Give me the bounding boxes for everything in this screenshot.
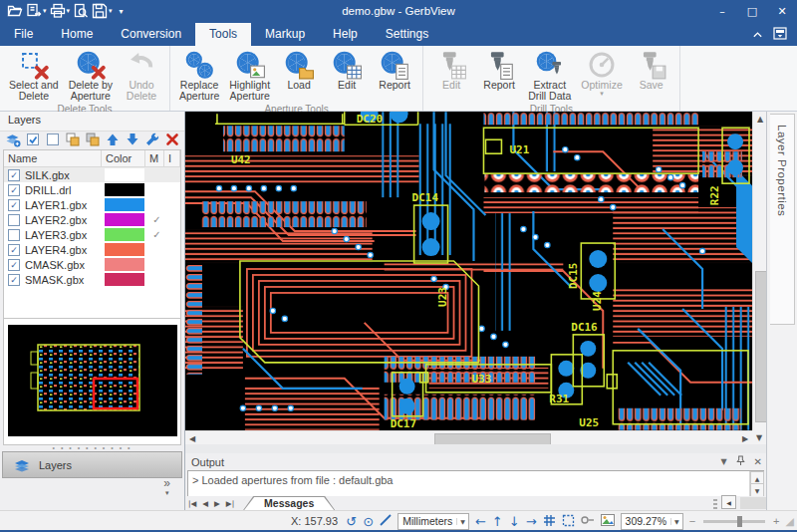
scroll-down-icon[interactable]: ▼: [752, 430, 766, 444]
measure-icon[interactable]: [380, 514, 392, 528]
tab-markup[interactable]: Markup: [251, 23, 319, 46]
merge-layer-icon[interactable]: [84, 131, 102, 147]
save-icon[interactable]: ▾: [92, 2, 113, 20]
ribbon-button-extract-drill-data[interactable]: ExtractDrill Data: [523, 48, 576, 103]
overview-thumbnail[interactable]: [3, 318, 181, 445]
tab-settings[interactable]: Settings: [372, 23, 442, 46]
pan-right-icon[interactable]: →: [526, 515, 537, 528]
move-down-icon[interactable]: [124, 131, 141, 147]
output-close-icon[interactable]: ✕: [754, 456, 762, 467]
ribbon-button-select-and-delete[interactable]: Select andDelete: [4, 48, 64, 103]
output-menu-icon[interactable]: ▼: [720, 457, 726, 466]
minimize-button[interactable]: –: [707, 0, 737, 22]
layer-row-layer1-gbx[interactable]: ✓LAYER1.gbx: [4, 197, 180, 212]
layer-row-layer2-gbx[interactable]: LAYER2.gbx✓: [4, 212, 180, 227]
import-icon[interactable]: ▾: [26, 2, 47, 20]
check-all-icon[interactable]: [24, 131, 42, 147]
tab-messages[interactable]: Messages: [243, 496, 335, 510]
delete-icon[interactable]: [163, 131, 181, 147]
pin-icon[interactable]: [735, 455, 746, 468]
layer-mirror-flag[interactable]: ✓: [147, 214, 166, 225]
origin-icon[interactable]: ⊙: [363, 515, 374, 528]
output-scrollbar[interactable]: ▲ ▼: [749, 471, 763, 497]
layer-visibility-checkbox[interactable]: ✓: [8, 169, 20, 181]
tab-home[interactable]: Home: [47, 23, 107, 46]
tab-layer-properties[interactable]: Layer Properties: [770, 114, 795, 325]
layer-color-swatch[interactable]: [105, 183, 144, 196]
open-icon[interactable]: [7, 2, 23, 20]
print-icon[interactable]: ▾: [50, 2, 71, 20]
layer-mirror-flag[interactable]: ✓: [147, 229, 166, 240]
preview-icon[interactable]: [73, 2, 89, 20]
zoom-in-icon[interactable]: +: [773, 515, 779, 527]
ribbon-button-report[interactable]: Report: [371, 48, 418, 103]
tab-first-icon[interactable]: |◀: [185, 499, 199, 510]
tab-next-icon[interactable]: ▶: [211, 499, 223, 510]
panel-overflow-chevron[interactable]: » ▾: [163, 478, 170, 498]
select-area-icon[interactable]: [562, 514, 575, 529]
ribbon-button-report[interactable]: Report: [475, 48, 523, 103]
horizontal-scrollbar[interactable]: ◀ ▶: [185, 430, 752, 445]
maximize-button[interactable]: □: [737, 0, 767, 22]
scroll-left-icon[interactable]: ◀: [185, 431, 199, 445]
layer-visibility-checkbox[interactable]: ✓: [8, 184, 20, 196]
pan-down-icon[interactable]: ↓: [509, 515, 520, 528]
tab-conversion[interactable]: Conversion: [107, 23, 195, 46]
ribbon-button-edit[interactable]: Edit: [323, 48, 371, 103]
layer-visibility-checkbox[interactable]: [8, 229, 20, 241]
layer-color-swatch[interactable]: [105, 228, 144, 241]
layer-color-swatch[interactable]: [105, 168, 144, 181]
tab-prev-icon[interactable]: ◀: [199, 499, 211, 510]
snapshot-image-icon[interactable]: [601, 514, 615, 528]
output-log[interactable]: > Loaded apertures from file : default.g…: [187, 470, 764, 498]
ribbon-options-icon[interactable]: [773, 27, 787, 42]
uncheck-all-icon[interactable]: [44, 131, 62, 147]
tab-file[interactable]: File: [0, 23, 47, 46]
layer-row-smask-gbx[interactable]: ✓SMASK.gbx: [4, 272, 180, 287]
pan-left-icon[interactable]: ←: [475, 515, 486, 528]
add-layers-icon[interactable]: [4, 131, 22, 147]
zoom-dropdown[interactable]: 309.27%▼: [621, 513, 683, 530]
zoom-out-icon[interactable]: −: [689, 515, 695, 527]
collapse-ribbon-icon[interactable]: [752, 29, 763, 41]
tabstrip-scroll-icon[interactable]: ◀: [721, 495, 736, 509]
settings-icon[interactable]: [143, 131, 161, 147]
layer-row-layer3-gbx[interactable]: LAYER3.gbx✓: [4, 227, 180, 242]
layer-color-swatch[interactable]: [105, 213, 144, 226]
pan-up-icon[interactable]: ↑: [492, 515, 503, 528]
close-button[interactable]: ✕: [767, 0, 797, 22]
layer-visibility-checkbox[interactable]: ✓: [8, 199, 20, 211]
grid-icon[interactable]: [543, 514, 556, 529]
ribbon-button-delete-by-aperture[interactable]: Delete byAperture: [64, 48, 118, 103]
layer-visibility-checkbox[interactable]: ✓: [8, 244, 20, 256]
layers-collapsed-bar[interactable]: Layers: [2, 451, 182, 478]
layer-row-cmask-gbx[interactable]: ✓CMASK.gbx: [4, 257, 180, 272]
layer-color-swatch[interactable]: [105, 273, 144, 286]
layer-color-swatch[interactable]: [105, 198, 144, 211]
layer-color-swatch[interactable]: [105, 243, 144, 256]
tab-help[interactable]: Help: [319, 23, 372, 46]
tab-tools[interactable]: Tools: [195, 23, 251, 46]
layer-row-drill-drl[interactable]: ✓DRILL.drl: [4, 182, 180, 197]
ribbon-button-highlight-aperture[interactable]: HighlightAperture: [224, 48, 275, 103]
output-scroll-down-icon[interactable]: ▼: [750, 483, 764, 497]
highlight-net-icon[interactable]: [581, 515, 595, 527]
zoom-slider[interactable]: [703, 520, 765, 523]
qat-customize-icon[interactable]: ▾: [120, 7, 124, 16]
tab-last-icon[interactable]: ▶|: [223, 499, 237, 510]
resize-grip[interactable]: ◢: [786, 515, 794, 528]
layer-color-swatch[interactable]: [105, 258, 144, 271]
layer-visibility-checkbox[interactable]: ✓: [8, 259, 20, 271]
vertical-scrollbar[interactable]: ▲: [752, 112, 767, 430]
copy-layer-icon[interactable]: [64, 131, 82, 147]
scroll-up-icon[interactable]: ▲: [753, 112, 767, 126]
ribbon-button-load[interactable]: Load: [275, 48, 323, 103]
layer-visibility-checkbox[interactable]: [8, 214, 20, 226]
pcb-canvas[interactable]: U42DC20U21DC14DC15U23U24R22DC16U33R31DC1…: [185, 112, 752, 430]
ribbon-button-replace-aperture[interactable]: ReplaceAperture: [174, 48, 224, 103]
layer-row-silk-gbx[interactable]: ✓SILK.gbx: [4, 167, 180, 182]
move-up-icon[interactable]: [104, 131, 122, 147]
output-splitter[interactable]: [185, 444, 766, 453]
layer-visibility-checkbox[interactable]: ✓: [8, 274, 20, 286]
scroll-right-icon[interactable]: ▶: [738, 431, 752, 445]
